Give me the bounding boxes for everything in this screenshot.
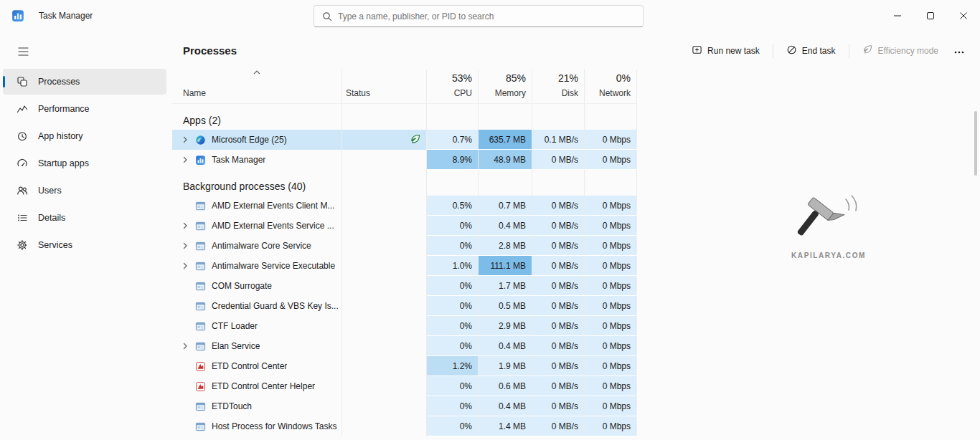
process-row[interactable]: Antimalware Core Service0%2.8 MB0 MB/s0 …: [172, 236, 637, 256]
search-icon: [322, 11, 332, 21]
search-box[interactable]: [314, 5, 644, 27]
window-title: Task Manager: [39, 11, 93, 21]
table-header: Name Status 53% CPU 85% Memory 21%: [172, 70, 637, 104]
network-column-label: Network: [599, 88, 631, 98]
run-new-task-button[interactable]: Run new task: [684, 39, 767, 62]
sidebar-item-details[interactable]: Details: [3, 205, 166, 231]
process-group-header[interactable]: Apps (2): [172, 104, 637, 130]
process-row[interactable]: Task Manager8.9%48.9 MB0 MB/s0 Mbps: [172, 150, 637, 170]
process-name: Host Process for Windows Tasks: [212, 421, 337, 431]
column-header-status[interactable]: Status: [342, 70, 427, 103]
sidebar-item-users[interactable]: Users: [3, 178, 166, 204]
disk-value: 0 MB/s: [532, 416, 585, 436]
disk-total: 21%: [558, 72, 578, 84]
generic-app-icon: [195, 341, 207, 352]
minimize-button[interactable]: [881, 0, 914, 32]
disk-value: 0 MB/s: [532, 276, 585, 296]
generic-app-icon: [195, 401, 207, 412]
expand-chevron-icon[interactable]: [182, 242, 195, 249]
process-row[interactable]: ETD Control Center Helper0%0.6 MB0 MB/s0…: [172, 376, 637, 396]
memory-value: 2.9 MB: [479, 316, 532, 336]
process-name: ETDTouch: [212, 401, 252, 411]
process-row[interactable]: Credential Guard & VBS Key Is...0%0.5 MB…: [172, 296, 637, 316]
memory-value: 1.9 MB: [479, 356, 532, 376]
sidebar-item-performance[interactable]: Performance: [3, 96, 166, 122]
network-value: 0 Mbps: [585, 216, 637, 236]
cpu-value: 0%: [427, 336, 479, 356]
expand-chevron-icon[interactable]: [182, 262, 195, 269]
process-group-header[interactable]: Background processes (40): [172, 170, 637, 196]
sidebar-item-services[interactable]: Services: [3, 232, 166, 258]
status-column-label: Status: [346, 88, 370, 98]
status-cell: [342, 196, 427, 216]
sidebar-item-app-history[interactable]: App history: [3, 123, 166, 149]
process-name: AMD External Events Client M...: [212, 201, 334, 211]
status-cell: [342, 216, 427, 236]
end-task-button[interactable]: End task: [779, 39, 843, 62]
generic-app-icon: [195, 321, 207, 332]
toolbar-separator: [773, 44, 773, 58]
search-input[interactable]: [338, 11, 643, 21]
expand-chevron-icon[interactable]: [182, 156, 195, 163]
disk-value: 0 MB/s: [532, 316, 585, 336]
process-row[interactable]: Host Process for Windows Tasks0%1.4 MB0 …: [172, 416, 637, 436]
generic-app-icon: [195, 281, 207, 292]
network-total: 0%: [616, 72, 631, 84]
more-options-button[interactable]: [947, 41, 971, 61]
expand-chevron-icon[interactable]: [182, 222, 195, 229]
expand-chevron-icon[interactable]: [182, 343, 195, 350]
network-value: 0 Mbps: [585, 316, 637, 336]
process-name: AMD External Events Service ...: [212, 221, 334, 231]
process-row[interactable]: ETDTouch0%0.4 MB0 MB/s0 Mbps: [172, 396, 637, 416]
toolbar-separator: [849, 44, 849, 58]
process-row[interactable]: ETD Control Center1.2%1.9 MB0 MB/s0 Mbps: [172, 356, 637, 376]
expand-chevron-icon[interactable]: [182, 136, 195, 143]
status-cell: [342, 236, 427, 256]
process-name: Microsoft Edge (25): [212, 135, 287, 145]
cpu-value: 0%: [427, 376, 479, 396]
memory-column-label: Memory: [495, 88, 526, 98]
edge-app-icon: [195, 135, 207, 145]
disk-value: 0 MB/s: [532, 216, 585, 236]
network-value: 0 Mbps: [585, 236, 637, 256]
column-header-network[interactable]: 0% Network: [585, 70, 637, 103]
startup-apps-icon: [16, 158, 28, 169]
more-options-icon: [954, 46, 964, 56]
cpu-value: 1.2%: [427, 356, 479, 376]
column-header-memory[interactable]: 85% Memory: [479, 70, 532, 103]
network-value: 0 Mbps: [585, 150, 637, 170]
process-row[interactable]: COM Surrogate0%1.7 MB0 MB/s0 Mbps: [172, 276, 637, 296]
disk-value: 0 MB/s: [532, 356, 585, 376]
memory-value: 111.1 MB: [479, 256, 532, 276]
process-row[interactable]: Elan Service0%0.4 MB0 MB/s0 Mbps: [172, 336, 637, 356]
cpu-value: 0%: [427, 316, 479, 336]
group-label: Background processes (40): [183, 181, 306, 192]
process-row[interactable]: CTF Loader0%2.9 MB0 MB/s0 Mbps: [172, 316, 637, 336]
hamburger-menu-button[interactable]: [10, 40, 36, 63]
column-header-cpu[interactable]: 53% CPU: [427, 70, 479, 103]
task-manager-app-icon: [11, 9, 24, 22]
memory-value: 0.7 MB: [479, 196, 532, 216]
disk-value: 0 MB/s: [532, 296, 585, 316]
column-header-disk[interactable]: 21% Disk: [532, 70, 585, 103]
sidebar-item-processes[interactable]: Processes: [3, 69, 166, 95]
disk-value: 0 MB/s: [532, 376, 585, 396]
sidebar-item-startup-apps[interactable]: Startup apps: [3, 150, 166, 176]
maximize-button[interactable]: [914, 0, 947, 32]
sort-ascending-icon: [253, 70, 260, 75]
process-row[interactable]: Microsoft Edge (25)0.7%635.7 MB0.1 MB/s0…: [172, 130, 637, 150]
status-cell: [342, 130, 427, 150]
process-row[interactable]: AMD External Events Service ...0%0.4 MB0…: [172, 216, 637, 236]
column-header-name[interactable]: Name: [172, 70, 342, 103]
network-value: 0 Mbps: [585, 296, 637, 316]
disk-value: 0 MB/s: [532, 196, 585, 216]
close-button[interactable]: [947, 0, 980, 32]
efficiency-mode-button[interactable]: Efficiency mode: [855, 39, 946, 62]
disk-column-label: Disk: [562, 88, 578, 98]
process-row[interactable]: Antimalware Service Executable1.0%111.1 …: [172, 256, 637, 276]
cpu-value: 0%: [427, 396, 479, 416]
process-row[interactable]: AMD External Events Client M...0.5%0.7 M…: [172, 196, 637, 216]
details-icon: [16, 212, 28, 224]
vertical-scrollbar[interactable]: [974, 111, 977, 176]
generic-app-icon: [195, 221, 207, 231]
